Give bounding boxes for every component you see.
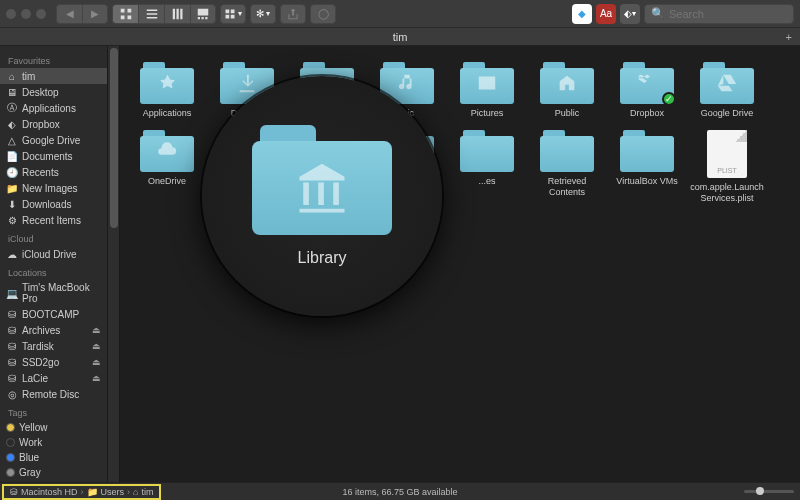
sidebar-item-label: Remote Disc <box>22 389 79 400</box>
sidebar-item-tardisk[interactable]: ⛁Tardisk⏏ <box>0 338 107 354</box>
folder-icon <box>140 130 194 172</box>
sidebar-item-dropbox[interactable]: ⬖Dropbox <box>0 116 107 132</box>
menu-extra-app-1[interactable]: ◆ <box>572 4 592 24</box>
sidebar-item-ssd2go[interactable]: ⛁SSD2go⏏ <box>0 354 107 370</box>
file-item[interactable]: Desktop <box>208 126 286 207</box>
folder-icon <box>220 130 274 172</box>
minimize-window-button[interactable] <box>21 9 31 19</box>
file-item[interactable] <box>368 126 446 207</box>
search-icon: 🔍 <box>651 7 665 20</box>
folder-icon <box>540 62 594 104</box>
path-separator-icon: › <box>127 487 130 497</box>
file-item[interactable]: Retrieved Contents <box>528 126 606 207</box>
sidebar-item-label: Recent Items <box>22 215 81 226</box>
close-window-button[interactable] <box>6 9 16 19</box>
share-button[interactable] <box>280 4 306 24</box>
forward-button[interactable]: ▶ <box>82 4 108 24</box>
path-segment[interactable]: 📁Users <box>87 487 125 497</box>
back-button[interactable]: ◀ <box>56 4 82 24</box>
sidebar-item-archives[interactable]: ⛁Archives⏏ <box>0 322 107 338</box>
sidebar-item-recent-items[interactable]: ⚙Recent Items <box>0 212 107 228</box>
sidebar-item-label: Archives <box>22 325 60 336</box>
file-item[interactable]: Downl... <box>208 58 286 122</box>
sidebar-item-label: Downloads <box>22 199 71 210</box>
sidebar-item-bootcamp[interactable]: ⛁BOOTCAMP <box>0 306 107 322</box>
group-by-button[interactable]: ▾ <box>220 4 246 24</box>
sidebar-item-yellow[interactable]: Yellow <box>0 420 107 435</box>
file-item[interactable]: PLISTcom.apple.LaunchServices.plist <box>688 126 766 207</box>
view-list-button[interactable] <box>138 4 164 24</box>
eject-icon[interactable]: ⏏ <box>92 341 101 351</box>
file-item[interactable]: Applications <box>128 58 206 122</box>
sidebar-item-label: Yellow <box>19 422 48 433</box>
eject-icon[interactable]: ⏏ <box>92 373 101 383</box>
sidebar-item-lacie[interactable]: ⛁LaCie⏏ <box>0 370 107 386</box>
folder-icon <box>700 62 754 104</box>
view-columns-button[interactable] <box>164 4 190 24</box>
search-field[interactable]: 🔍 <box>644 4 794 24</box>
file-label: Public <box>555 108 580 118</box>
path-segment-label: Macintosh HD <box>21 487 78 497</box>
sidebar-item-tim-s-macbook-pro[interactable]: 💻Tim's MacBook Pro <box>0 280 107 306</box>
folder-icon: 📁 <box>87 487 98 497</box>
sidebar-item-label: Google Drive <box>22 135 80 146</box>
sidebar-item-blue[interactable]: Blue <box>0 450 107 465</box>
file-item[interactable]: ...ic <box>368 58 446 122</box>
folder-icon: ✓ <box>620 62 674 104</box>
status-bar: ⛁Macintosh HD›📁Users›⌂tim 16 items, 66.7… <box>0 482 800 500</box>
disk-icon: ⛁ <box>6 308 18 320</box>
sidebar-item-label: LaCie <box>22 373 48 384</box>
path-segment[interactable]: ⛁Macintosh HD <box>10 487 78 497</box>
sidebar-scrollbar[interactable] <box>108 46 120 482</box>
window-controls <box>6 9 46 19</box>
sidebar-item-label: Work <box>19 437 42 448</box>
menu-extra-dropbox[interactable]: ⬖▾ <box>620 4 640 24</box>
file-item[interactable] <box>288 58 366 122</box>
fullscreen-window-button[interactable] <box>36 9 46 19</box>
sidebar-item-documents[interactable]: 📄Documents <box>0 148 107 164</box>
eject-icon[interactable]: ⏏ <box>92 325 101 335</box>
sidebar-item-label: Blue <box>19 452 39 463</box>
file-item[interactable]: Public <box>528 58 606 122</box>
sidebar-item-work[interactable]: Work <box>0 435 107 450</box>
new-tab-button[interactable]: + <box>786 31 792 43</box>
file-item[interactable]: Google Drive <box>688 58 766 122</box>
action-menu-button[interactable]: ✻▾ <box>250 4 276 24</box>
file-item[interactable]: ...es <box>448 126 526 207</box>
sidebar-item-icloud-drive[interactable]: ☁iCloud Drive <box>0 246 107 262</box>
eject-icon[interactable]: ⏏ <box>92 357 101 367</box>
file-item[interactable]: D... <box>288 126 366 207</box>
folder-icon <box>380 62 434 104</box>
file-item[interactable]: VirtualBox VMs <box>608 126 686 207</box>
folder-icon <box>460 130 514 172</box>
sidebar-item-label: BOOTCAMP <box>22 309 79 320</box>
sidebar-item-applications[interactable]: ⒶApplications <box>0 100 107 116</box>
sidebar-item-downloads[interactable]: ⬇Downloads <box>0 196 107 212</box>
file-item[interactable]: Pictures <box>448 58 526 122</box>
file-label: Applications <box>143 108 192 118</box>
path-segment[interactable]: ⌂tim <box>133 487 153 497</box>
file-label: ...es <box>478 176 495 186</box>
sidebar-section-title: Tags <box>0 402 107 420</box>
file-item[interactable]: OneDrive <box>128 126 206 207</box>
sidebar-item-recents[interactable]: 🕘Recents <box>0 164 107 180</box>
sidebar-item-new-images[interactable]: 📁New Images <box>0 180 107 196</box>
search-input[interactable] <box>669 8 800 20</box>
recents-icon: 🕘 <box>6 166 18 178</box>
documents-icon: 📄 <box>6 150 18 162</box>
edit-tags-button[interactable]: ◯ <box>310 4 336 24</box>
sidebar-item-google-drive[interactable]: △Google Drive <box>0 132 107 148</box>
sidebar-item-remote-disc[interactable]: ◎Remote Disc <box>0 386 107 402</box>
icon-size-slider[interactable] <box>744 490 794 493</box>
sidebar-item-gray[interactable]: Gray <box>0 465 107 480</box>
sidebar-item-tim[interactable]: ⌂tim <box>0 68 107 84</box>
tab-bar: tim + <box>0 28 800 46</box>
menu-extra-app-2[interactable]: Aa <box>596 4 616 24</box>
sidebar-item-label: tim <box>22 71 35 82</box>
file-item[interactable]: ✓Dropbox <box>608 58 686 122</box>
view-icons-button[interactable] <box>112 4 138 24</box>
view-gallery-button[interactable] <box>190 4 216 24</box>
sidebar-item-desktop[interactable]: 🖥Desktop <box>0 84 107 100</box>
icloud-icon: ☁ <box>6 248 18 260</box>
disk-icon: ⛁ <box>6 324 18 336</box>
